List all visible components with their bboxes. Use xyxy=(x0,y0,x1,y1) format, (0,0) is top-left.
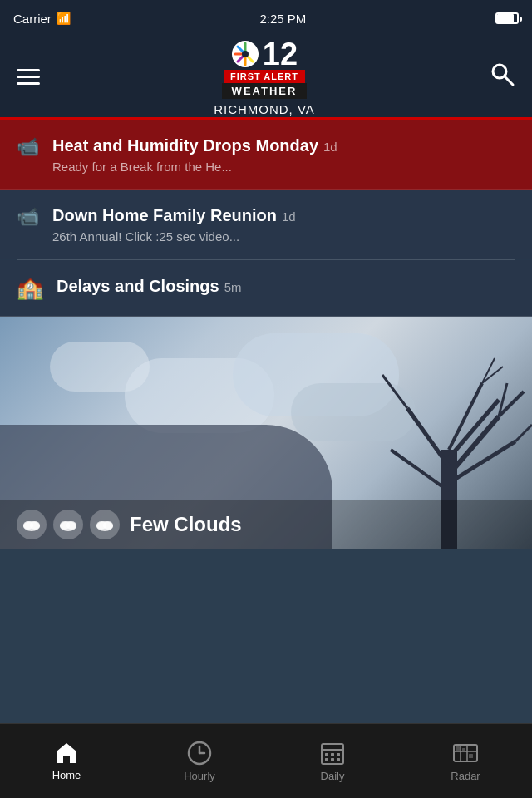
carrier-label: Carrier xyxy=(13,12,52,26)
news-age-3: 5m xyxy=(224,280,242,294)
news-subtitle-2: 26th Annual! Click :25 sec video... xyxy=(52,229,515,244)
news-item-3[interactable]: 🏫 Delays and Closings5m xyxy=(0,260,532,317)
nav-item-home[interactable]: Home xyxy=(0,724,133,798)
svg-rect-41 xyxy=(456,746,460,751)
wifi-icon: 📶 xyxy=(57,12,71,25)
weather-condition-text: Few Clouds xyxy=(130,513,242,536)
svg-line-11 xyxy=(407,408,449,466)
app-logo: 12 FIRST ALERT WEATHER RICHMOND, VA xyxy=(214,38,315,116)
battery-icon xyxy=(495,12,519,24)
news-age-2: 1d xyxy=(282,209,296,224)
svg-line-15 xyxy=(482,358,495,383)
svg-line-12 xyxy=(382,375,407,408)
svg-point-22 xyxy=(66,521,76,530)
cloud-circle-1 xyxy=(17,510,47,539)
nav-label-home: Home xyxy=(52,769,81,781)
featured-news-subtitle: Ready for a Break from the He... xyxy=(52,160,515,174)
svg-rect-33 xyxy=(337,753,340,756)
news-title-3: Delays and Closings5m xyxy=(57,275,515,297)
svg-rect-43 xyxy=(462,748,466,751)
svg-line-10 xyxy=(515,425,532,441)
home-icon xyxy=(54,741,79,766)
nav-item-radar[interactable]: Radar xyxy=(399,724,532,798)
time-label: 2:25 PM xyxy=(259,12,306,26)
app-header: 12 FIRST ALERT WEATHER RICHMOND, VA xyxy=(0,37,532,120)
bottom-navigation: Home Hourly Daily xyxy=(0,723,532,798)
svg-point-1 xyxy=(242,51,249,57)
logo-number: 12 xyxy=(263,38,298,70)
cloud-circle-3 xyxy=(90,510,120,539)
svg-point-19 xyxy=(30,521,40,530)
cloud-indicators xyxy=(17,510,120,539)
featured-news-age: 1d xyxy=(323,140,337,154)
news-title-2: Down Home Family Reunion1d xyxy=(52,204,515,226)
menu-button[interactable] xyxy=(17,69,40,85)
location-label: RICHMOND, VA xyxy=(214,102,315,116)
calendar-icon xyxy=(319,740,346,766)
svg-rect-36 xyxy=(337,758,340,761)
search-icon xyxy=(489,61,515,87)
weather-image-section: Few Clouds xyxy=(0,317,532,549)
featured-news-content: Heat and Humidity Drops Monday1d Ready f… xyxy=(52,135,515,174)
news-content-3: Delays and Closings5m xyxy=(57,275,515,297)
cloud-circle-2 xyxy=(53,510,83,539)
svg-rect-35 xyxy=(331,758,334,761)
peacock-icon xyxy=(231,40,259,68)
news-content-2: Down Home Family Reunion1d 26th Annual! … xyxy=(52,204,515,244)
news-section: 📹 Heat and Humidity Drops Monday1d Ready… xyxy=(0,120,532,317)
svg-line-3 xyxy=(505,76,513,85)
weather-badge: WEATHER xyxy=(222,83,308,99)
video-icon-featured: 📹 xyxy=(17,136,39,158)
status-left: Carrier 📶 xyxy=(13,12,71,26)
svg-line-16 xyxy=(482,367,503,383)
svg-rect-42 xyxy=(469,754,473,758)
featured-news-title: Heat and Humidity Drops Monday1d xyxy=(52,135,515,156)
svg-rect-32 xyxy=(331,753,334,756)
status-bar: Carrier 📶 2:25 PM xyxy=(0,0,532,37)
nav-item-daily[interactable]: Daily xyxy=(266,724,399,798)
first-alert-badge: FIRST ALERT xyxy=(224,70,305,83)
featured-news-item[interactable]: 📹 Heat and Humidity Drops Monday1d Ready… xyxy=(0,120,532,190)
video-icon-2: 📹 xyxy=(17,206,39,228)
search-button[interactable] xyxy=(489,61,515,93)
radar-icon xyxy=(452,740,479,766)
school-icon: 🏫 xyxy=(17,275,43,301)
news-item-2[interactable]: 📹 Down Home Family Reunion1d 26th Annual… xyxy=(0,190,532,259)
nav-label-daily: Daily xyxy=(321,770,345,782)
svg-rect-31 xyxy=(325,753,328,756)
svg-rect-34 xyxy=(325,758,328,761)
nav-item-hourly[interactable]: Hourly xyxy=(133,724,266,798)
nav-label-radar: Radar xyxy=(451,770,480,782)
svg-point-25 xyxy=(103,521,113,530)
weather-condition-overlay: Few Clouds xyxy=(0,500,532,549)
nav-label-hourly: Hourly xyxy=(184,770,215,782)
clock-icon xyxy=(186,740,213,766)
